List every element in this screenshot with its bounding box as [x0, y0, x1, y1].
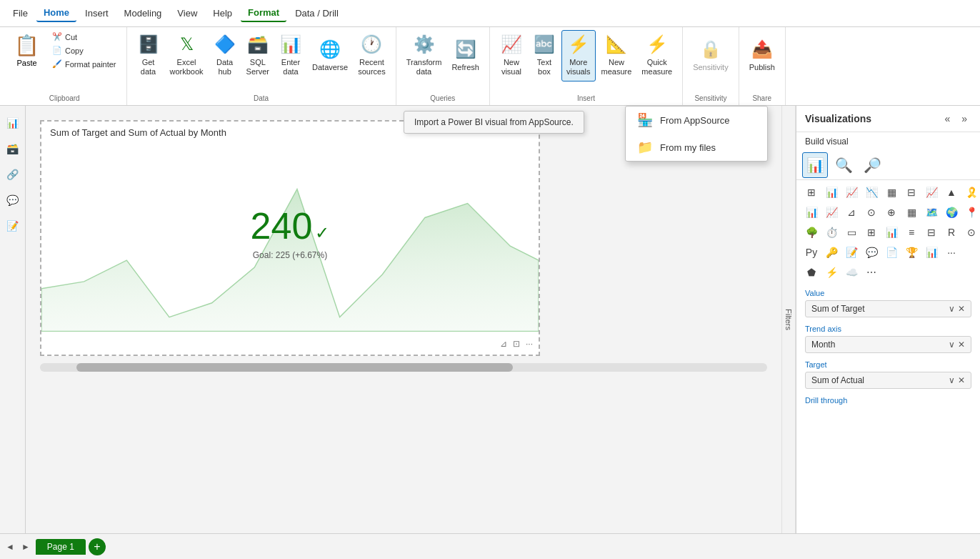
menu-format[interactable]: Format	[241, 4, 286, 22]
enter-data-button[interactable]: 📊 Enter data	[275, 30, 306, 81]
copy-button[interactable]: 📄 Copy	[48, 44, 121, 57]
trend-remove[interactable]: ✕	[958, 340, 965, 350]
page-1-tab[interactable]: Page 1	[36, 539, 86, 555]
menu-data-drill[interactable]: Data / Drill	[288, 5, 346, 21]
from-my-files-item[interactable]: 📁 From my files	[626, 134, 767, 161]
shape-icon[interactable]: ⬟	[802, 263, 821, 282]
treemap-icon[interactable]: ▦	[902, 203, 921, 222]
from-appsource-item[interactable]: 🏪 From AppSource	[626, 107, 767, 134]
chart-visual[interactable]: Sum of Target and Sum of Actual by Month…	[40, 120, 540, 356]
donut-icon[interactable]: ⊙	[962, 223, 980, 242]
excel-button[interactable]: 𝕏 Excel workbook	[166, 30, 208, 81]
refresh-button[interactable]: 🔄 Refresh	[447, 30, 484, 81]
qna2-icon[interactable]: 💬	[862, 243, 881, 262]
field-chevron[interactable]: ∨	[949, 304, 955, 314]
r-icon[interactable]: R	[942, 223, 961, 242]
dataverse-button[interactable]: 🌐 Dataverse	[308, 30, 352, 81]
scatter-icon[interactable]: ⊙	[862, 203, 881, 222]
area-chart-icon[interactable]: ▲	[942, 183, 961, 202]
menu-view[interactable]: View	[170, 5, 204, 21]
table-icon[interactable]: ⊞	[802, 183, 821, 202]
report-view-icon[interactable]: 📊	[3, 113, 23, 133]
paste-button[interactable]: 📋 Paste	[9, 31, 45, 70]
pie-icon[interactable]: ⊕	[882, 203, 901, 222]
transform-data-button[interactable]: ⚙️ Transform data	[402, 30, 446, 81]
new-measure-button[interactable]: 📐 New measure	[597, 30, 636, 81]
ribbon-chart-icon[interactable]: 🎗️	[962, 183, 980, 202]
key-influencers-icon[interactable]: 🔑	[822, 243, 841, 262]
trend-chevron[interactable]: ∨	[949, 340, 955, 350]
sql-server-button[interactable]: 🗃️ SQL Server	[242, 30, 274, 81]
model-view-icon[interactable]: 🔗	[3, 164, 23, 184]
canvas-area[interactable]: Sum of Target and Sum of Actual by Month…	[26, 106, 781, 533]
kpi-icon[interactable]: 📊	[882, 223, 901, 242]
recent-sources-button[interactable]: 🕐 Recent sources	[354, 30, 390, 81]
slicer-icon[interactable]: ≡	[902, 223, 921, 242]
format-painter-button[interactable]: 🖌️ Format painter	[48, 57, 121, 71]
more-visuals-button[interactable]: ⚡ More visuals	[561, 30, 596, 81]
funnel-icon[interactable]: ⊿	[842, 203, 861, 222]
extra-icon[interactable]	[962, 243, 980, 262]
menu-home[interactable]: Home	[36, 4, 76, 22]
smart-narrative-icon[interactable]: 📝	[842, 243, 861, 262]
card-icon[interactable]: ▭	[842, 223, 861, 242]
more2-icon[interactable]: ⋯	[862, 263, 881, 282]
horizontal-scrollbar[interactable]	[40, 363, 767, 372]
focus-mode-icon[interactable]: ⊡	[513, 339, 520, 349]
scatter-visual-icon[interactable]: 🔍	[831, 152, 856, 178]
gauge-icon[interactable]: ⏱️	[822, 223, 841, 242]
trophy-icon[interactable]: 🏆	[902, 243, 921, 262]
hundred-pct-icon[interactable]: ⊟	[902, 183, 921, 202]
get-data-button[interactable]: 🗄️ Get data	[133, 30, 164, 81]
data-hub-button[interactable]: 🔷 Data hub	[209, 30, 241, 81]
filled-map-icon[interactable]: 🌍	[942, 203, 961, 222]
more-options-icon[interactable]: ···	[526, 339, 533, 349]
kpi-value: 240	[251, 204, 313, 247]
more-icon[interactable]: ···	[942, 243, 961, 262]
menu-file[interactable]: File	[6, 5, 35, 21]
data-hub-icon: 🔷	[214, 34, 236, 55]
column-chart-icon[interactable]: 📉	[862, 183, 881, 202]
bar-chart-icon[interactable]: 📊	[822, 183, 841, 202]
cut-button[interactable]: ✂️ Cut	[48, 30, 121, 44]
stacked-col-icon[interactable]: ▦	[882, 183, 901, 202]
field-remove[interactable]: ✕	[958, 304, 965, 314]
paginated-icon[interactable]: 📄	[882, 243, 901, 262]
line-col-icon[interactable]: 📈	[822, 203, 841, 222]
kpi-visual-icon[interactable]: 📊	[802, 152, 828, 178]
qna-icon[interactable]: 💬	[3, 190, 23, 210]
menu-help[interactable]: Help	[206, 5, 239, 21]
sensitivity-button[interactable]: 🔒 Sensitivity	[689, 30, 733, 81]
multi-card-icon[interactable]: ⊞	[862, 223, 881, 242]
next-tab-button[interactable]: ►	[19, 540, 33, 553]
quick-measure-button[interactable]: ⚡ Quick measure	[637, 30, 676, 81]
azure-map-icon[interactable]: 📍	[962, 203, 980, 222]
prev-tab-button[interactable]: ◄	[3, 540, 17, 553]
panel-collapse-left[interactable]: «	[940, 112, 954, 126]
search-visual-icon[interactable]: 🔎	[859, 152, 885, 178]
azure-icon[interactable]: ☁️	[842, 263, 861, 282]
bar2-icon[interactable]: 📊	[922, 243, 941, 262]
decomp-tree-icon[interactable]: 🌳	[802, 223, 821, 242]
filters-sidebar[interactable]: Filters	[781, 106, 796, 533]
new-visual-button[interactable]: 📈 New visual	[496, 30, 527, 81]
map-icon[interactable]: 🗺️	[922, 203, 941, 222]
filter-icon[interactable]: ⊿	[500, 339, 507, 349]
publish-button[interactable]: 📤 Publish	[745, 30, 779, 81]
text-box-button[interactable]: 🔤 Text box	[529, 30, 560, 81]
target-chevron[interactable]: ∨	[949, 375, 955, 385]
stacked-bar-icon[interactable]: 📈	[842, 183, 861, 202]
line-chart-icon[interactable]: 📈	[922, 183, 941, 202]
add-page-button[interactable]: +	[89, 538, 106, 555]
waterfall-icon[interactable]: 📊	[802, 203, 821, 222]
target-remove[interactable]: ✕	[958, 375, 965, 385]
sensitivity-label: Sensitivity	[694, 94, 726, 102]
data-view-icon[interactable]: 🗃️	[3, 139, 23, 159]
menu-modeling[interactable]: Modeling	[117, 5, 169, 21]
menu-insert[interactable]: Insert	[78, 5, 116, 21]
dax-icon[interactable]: 📝	[3, 216, 23, 236]
matrix-icon[interactable]: ⊟	[922, 223, 941, 242]
panel-collapse-right[interactable]: »	[957, 112, 971, 126]
python-icon[interactable]: Py	[802, 243, 821, 262]
power-auto-icon[interactable]: ⚡	[822, 263, 841, 282]
